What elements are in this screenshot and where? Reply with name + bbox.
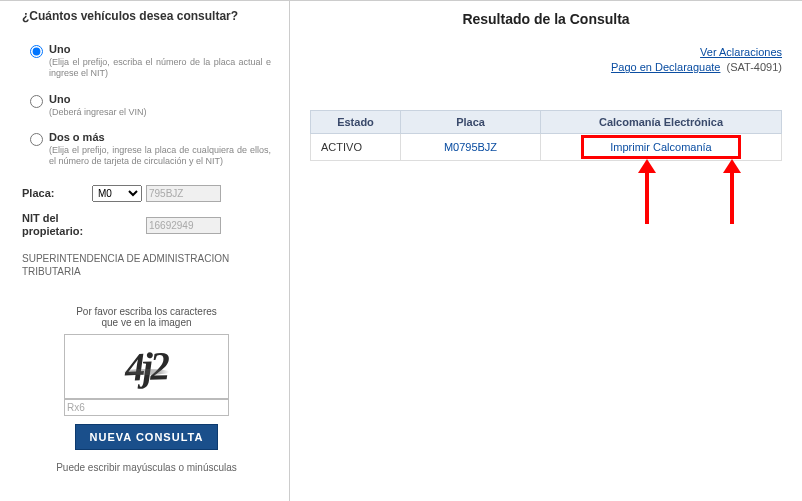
- table-row: ACTIVO M0795BJZ Imprimir Calcomanía: [311, 133, 782, 160]
- placa-link[interactable]: M0795BJZ: [444, 141, 497, 153]
- placa-row: Placa: M0: [22, 185, 271, 202]
- radio-option-multi[interactable]: Dos o más (Elija el prefijo, ingrese la …: [30, 131, 271, 167]
- radio-label: Uno: [49, 43, 70, 55]
- captcha-prompt2: que ve en la imagen: [22, 317, 271, 328]
- links-row: Ver Aclaraciones Pago en Declaraguate (S…: [310, 45, 782, 76]
- radio-uno-placa[interactable]: [30, 45, 43, 58]
- radio-group: Uno (Elija el prefijo, escriba el número…: [22, 43, 271, 167]
- th-placa: Placa: [401, 110, 541, 133]
- captcha-prompt1: Por favor escriba los caracteres: [22, 306, 271, 317]
- cell-calcomania: Imprimir Calcomanía: [541, 133, 782, 160]
- placa-prefix-select[interactable]: M0: [92, 185, 142, 202]
- radio-option-uno-vin[interactable]: Uno (Deberá ingresar el VIN): [30, 93, 271, 118]
- nit-row: NIT del propietario:: [22, 212, 271, 238]
- captcha-image: 4j2: [64, 334, 229, 399]
- nit-input[interactable]: [146, 217, 221, 234]
- radio-multi[interactable]: [30, 133, 43, 146]
- annotation-arrows: [310, 169, 782, 249]
- page-title: Resultado de la Consulta: [310, 11, 782, 27]
- form-code: (SAT-4091): [724, 61, 783, 73]
- radio-desc: (Deberá ingresar el VIN): [49, 107, 147, 118]
- radio-label: Dos o más: [49, 131, 105, 143]
- th-estado: Estado: [311, 110, 401, 133]
- sidebar-title: ¿Cuántos vehículos desea consultar?: [22, 9, 271, 23]
- highlight-box: Imprimir Calcomanía: [581, 135, 740, 159]
- captcha-note: Puede escribir mayúsculas o minúsculas: [22, 462, 271, 473]
- cell-placa: M0795BJZ: [401, 133, 541, 160]
- arrow-icon: [730, 169, 734, 224]
- imprimir-calcomania-link[interactable]: Imprimir Calcomanía: [610, 141, 711, 153]
- captcha-block: Por favor escriba los caracteres que ve …: [22, 306, 271, 473]
- sidebar: ¿Cuántos vehículos desea consultar? Uno …: [0, 1, 290, 501]
- arrow-icon: [645, 169, 649, 224]
- placa-input[interactable]: [146, 185, 221, 202]
- radio-desc: (Elija el prefijo, escriba el número de …: [49, 57, 271, 79]
- table-header-row: Estado Placa Calcomanía Electrónica: [311, 110, 782, 133]
- org-text: SUPERINTENDENCIA DE ADMINISTRACION TRIBU…: [22, 252, 271, 278]
- result-table: Estado Placa Calcomanía Electrónica ACTI…: [310, 110, 782, 161]
- nit-label: NIT del propietario:: [22, 212, 92, 238]
- captcha-input[interactable]: [64, 399, 229, 416]
- radio-uno-vin[interactable]: [30, 95, 43, 108]
- placa-label: Placa:: [22, 187, 92, 199]
- cell-estado: ACTIVO: [311, 133, 401, 160]
- radio-label: Uno: [49, 93, 70, 105]
- ver-aclaraciones-link[interactable]: Ver Aclaraciones: [700, 46, 782, 58]
- nueva-consulta-button[interactable]: NUEVA CONSULTA: [75, 424, 219, 450]
- radio-desc: (Elija el prefijo, ingrese la placa de c…: [49, 145, 271, 167]
- main-content: Resultado de la Consulta Ver Aclaracione…: [290, 1, 802, 501]
- radio-option-uno-placa[interactable]: Uno (Elija el prefijo, escriba el número…: [30, 43, 271, 79]
- th-calcomania: Calcomanía Electrónica: [541, 110, 782, 133]
- pago-declaraguate-link[interactable]: Pago en Declaraguate: [611, 61, 720, 73]
